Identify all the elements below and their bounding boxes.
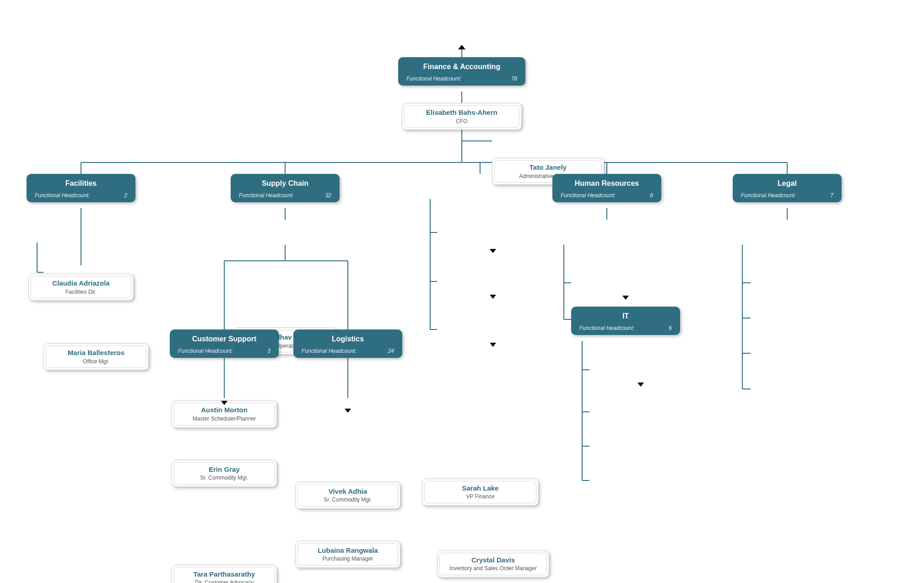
down-arrow-icon <box>622 296 629 300</box>
person-name: Crystal Davis <box>444 556 542 565</box>
person-name: Elisabeth Bahs-Ahern <box>409 108 515 117</box>
person-title: Facilities Dir. <box>35 289 127 296</box>
person-title: Sr. Commodity Mgr. <box>178 475 270 482</box>
person-cfo[interactable]: Elisabeth Bahs-Ahern CFO <box>402 103 522 130</box>
meta-label: Functional Headcount: <box>35 192 90 199</box>
person-name: Austin Morton <box>178 405 270 415</box>
meta-label: Functional Headcount: <box>579 325 634 331</box>
meta-label: Functional Headcount: <box>239 192 294 199</box>
person-name: Erin Gray <box>178 465 270 474</box>
dept-count: 7 <box>830 192 833 199</box>
dept-title: Supply Chain <box>239 179 331 188</box>
dept-hr[interactable]: Human Resources Functional Headcount:6 <box>552 174 661 202</box>
dept-legal[interactable]: Legal Functional Headcount:7 <box>733 174 842 202</box>
person-maria[interactable]: Maria Ballesteros Office Mgr. <box>43 343 149 370</box>
meta-label: Functional Headcount: <box>561 192 616 199</box>
dept-finance-accounting[interactable]: Finance & Accounting Functional Headcoun… <box>398 57 525 86</box>
meta-label: Functional Headcount: <box>741 192 796 199</box>
dept-customer-support[interactable]: Customer Support Functional Headcount:3 <box>170 329 279 358</box>
person-sarah[interactable]: Sarah Lake VP Finance <box>422 479 539 506</box>
dept-count: 6 <box>650 192 653 199</box>
person-claudia[interactable]: Claudia Adriazola Facilities Dir. <box>28 274 134 301</box>
down-arrow-icon <box>490 343 496 347</box>
person-title: Office Mgr. <box>50 358 142 366</box>
person-name: Lubaina Rangwala <box>302 546 394 555</box>
meta-label: Functional Headcount: <box>406 76 461 82</box>
dept-count: 2 <box>124 192 127 199</box>
person-title: Purchasing Manager <box>302 556 394 563</box>
person-title: Dir. Customer Advocacy <box>178 579 270 583</box>
dept-title: Legal <box>741 179 833 188</box>
person-lubaina[interactable]: Lubaina Rangwala Purchasing Manager <box>295 541 400 568</box>
person-name: Vivek Adhia <box>302 487 394 496</box>
person-title: VP Finance <box>429 493 532 501</box>
dept-count: 78 <box>511 76 517 82</box>
down-arrow-icon <box>345 409 351 413</box>
person-title: CFO <box>409 118 515 125</box>
down-arrow-icon <box>221 401 227 405</box>
dept-count: 6 <box>669 325 672 331</box>
person-erin[interactable]: Erin Gray Sr. Commodity Mgr. <box>172 460 277 487</box>
person-crystal[interactable]: Crystal Davis Inventory and Sales Order … <box>437 551 549 578</box>
up-arrow-icon <box>458 45 465 49</box>
dept-count: 3 <box>267 348 270 354</box>
person-tara[interactable]: Tara Parthasarathy Dir. Customer Advocac… <box>172 565 277 583</box>
dept-title: Logistics <box>302 335 394 343</box>
dept-title: Human Resources <box>561 179 653 188</box>
person-name: Tato Janely <box>499 163 597 172</box>
dept-title: Finance & Accounting <box>406 63 517 71</box>
person-name: Maria Ballesteros <box>50 348 142 357</box>
meta-label: Functional Headcount: <box>178 348 233 354</box>
person-title: Master Scheduler/Planner <box>178 416 270 423</box>
dept-count: 32 <box>325 192 331 199</box>
dept-title: IT <box>579 312 672 320</box>
person-name: Claudia Adriazola <box>35 279 127 288</box>
person-title: Sr. Commodity Mgr. <box>302 497 394 504</box>
dept-title: Customer Support <box>178 335 270 343</box>
dept-it[interactable]: IT Functional Headcount:6 <box>571 307 680 335</box>
dept-logistics[interactable]: Logistics Functional Headcount:24 <box>293 329 402 358</box>
dept-supply-chain[interactable]: Supply Chain Functional Headcount:32 <box>231 174 340 202</box>
person-name: Tara Parthasarathy <box>178 570 270 579</box>
dept-title: Facilities <box>35 179 127 188</box>
person-vivek[interactable]: Vivek Adhia Sr. Commodity Mgr. <box>295 482 400 509</box>
down-arrow-icon <box>638 383 644 387</box>
dept-facilities[interactable]: Facilities Functional Headcount:2 <box>27 174 135 202</box>
person-title: Inventory and Sales Order Manager <box>444 565 542 572</box>
meta-label: Functional Headcount: <box>302 348 357 354</box>
person-name: Sarah Lake <box>429 484 532 493</box>
down-arrow-icon <box>490 249 496 253</box>
dept-count: 24 <box>388 348 394 354</box>
down-arrow-icon <box>490 295 496 299</box>
